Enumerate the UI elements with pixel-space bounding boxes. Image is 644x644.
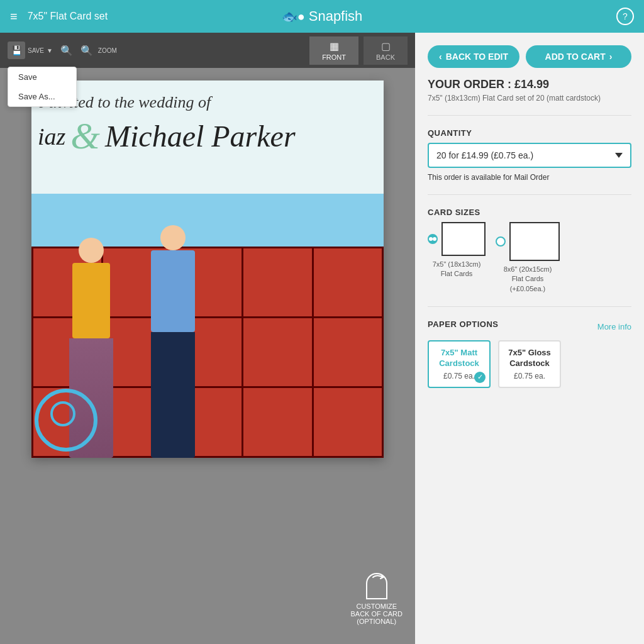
customize-back-button[interactable]: CUSTOMIZE BACK OF CARD (OPTIONAL)	[350, 574, 402, 625]
card-size-7x5-radio-row	[428, 222, 486, 256]
canvas-area: e invited to the wedding of iaz & Michae…	[0, 68, 415, 644]
paper-option-gloss-name: 7x5" GlossCardstock	[508, 348, 551, 369]
quantity-section: Quantity 20 for £14.99 (£0.75 ea.) This …	[428, 128, 631, 182]
fish-icon: 🐟●	[282, 9, 305, 24]
front-tab[interactable]: ▦ FRONT	[309, 36, 358, 65]
back-arrow-icon: ‹	[439, 52, 442, 62]
customize-back-icon	[364, 574, 389, 599]
divider-1	[428, 115, 631, 116]
card-photo	[31, 194, 384, 458]
card-text-area: e invited to the wedding of iaz & Michae…	[31, 80, 384, 194]
divider-3	[428, 306, 631, 307]
quantity-label: Quantity	[428, 128, 631, 138]
bicycle	[31, 382, 107, 458]
zoom-out-icon[interactable]: 🔍	[78, 42, 96, 59]
card-sizes-grid: 7x5" (18x13cm)Flat Cards 8x6" (20x15cm)F…	[428, 222, 631, 294]
save-dropdown-menu: Save Save As...	[8, 67, 77, 107]
save-item[interactable]: Save	[8, 67, 76, 87]
left-panel: 💾 SAVE ▼ Save Save As... 🔍 🔍 ZOOM ▦ FRON…	[0, 33, 415, 644]
zoom-group: 🔍 🔍 ZOOM	[58, 42, 117, 59]
card-name-left: iaz	[38, 123, 65, 150]
card-invited-text: e invited to the wedding of	[38, 93, 371, 112]
divider-2	[428, 194, 631, 195]
paper-option-gloss[interactable]: 7x5" GlossCardstock £0.75 ea.	[498, 340, 561, 388]
save-dropdown-arrow: ▼	[47, 47, 53, 54]
main-content: 💾 SAVE ▼ Save Save As... 🔍 🔍 ZOOM ▦ FRON…	[0, 33, 644, 644]
brand-logo: 🐟● Snapfish	[282, 8, 363, 25]
more-info-link[interactable]: More info	[597, 322, 631, 331]
card-size-8x6[interactable]: 8x6" (20x15cm)Flat Cards(+£0.05ea.)	[496, 222, 560, 294]
back-tab-icon: ▢	[381, 40, 391, 52]
card-preview: e invited to the wedding of iaz & Michae…	[31, 80, 384, 458]
card-sizes-label: CARD SIZES	[428, 208, 631, 217]
quantity-select[interactable]: 20 for £14.99 (£0.75 ea.)	[428, 143, 631, 168]
add-to-cart-button[interactable]: ADD TO CART ›	[526, 45, 631, 68]
card-size-8x6-thumb	[509, 222, 560, 261]
nav-title: 7x5" Flat Card set	[28, 11, 322, 22]
back-to-edit-button[interactable]: ‹ BACK TO EDIT	[428, 45, 519, 68]
menu-icon[interactable]: ≡	[10, 9, 18, 24]
front-tab-icon: ▦	[330, 40, 339, 52]
help-button[interactable]: ?	[616, 8, 634, 25]
save-icon: 💾	[8, 42, 25, 59]
paper-option-matt[interactable]: 7x5" MattCardstock £0.75 ea. ✓	[428, 340, 491, 388]
card-size-8x6-radio[interactable]	[496, 236, 506, 247]
top-navigation: ≡ 7x5" Flat Card set 🐟● Snapfish ?	[0, 0, 644, 33]
back-tab[interactable]: ▢ BACK	[364, 36, 408, 65]
save-as-item[interactable]: Save As...	[8, 87, 76, 106]
add-to-cart-label: ADD TO CART	[545, 52, 606, 62]
card-size-7x5[interactable]: 7x5" (18x13cm)Flat Cards	[428, 222, 486, 279]
paper-options-label: PAPER OPTIONS	[428, 319, 498, 329]
editor-toolbar: 💾 SAVE ▼ Save Save As... 🔍 🔍 ZOOM ▦ FRON…	[0, 33, 415, 68]
paper-options-header: PAPER OPTIONS More info	[428, 319, 631, 334]
logo-text: Snapfish	[309, 8, 363, 25]
card-names-row: iaz & Michael Parker	[38, 114, 371, 158]
paper-option-matt-price: £0.75 ea.	[443, 372, 475, 380]
card-size-7x5-thumb	[441, 222, 486, 256]
card-sizes-section: CARD SIZES 7x5" (18x13cm)Flat Cards	[428, 208, 631, 294]
order-title: YOUR ORDER : £14.99	[428, 78, 631, 91]
paper-options-section: PAPER OPTIONS More info 7x5" MattCardsto…	[428, 319, 631, 388]
paper-option-matt-check: ✓	[474, 372, 486, 383]
order-section: YOUR ORDER : £14.99 7x5" (18x13cm) Flat …	[428, 78, 631, 103]
save-label: SAVE	[28, 47, 44, 54]
mail-order-note: This order is available for Mail Order	[428, 173, 631, 182]
zoom-label: ZOOM	[98, 47, 117, 54]
card-size-7x5-radio[interactable]	[428, 234, 438, 244]
back-tab-label: BACK	[376, 53, 395, 61]
card-ampersand: &	[70, 114, 100, 158]
card-name-right: Michael Parker	[105, 119, 296, 153]
save-group[interactable]: 💾 SAVE ▼ Save Save As...	[8, 42, 53, 59]
back-to-edit-label: BACK TO EDIT	[446, 52, 508, 62]
paper-options-grid: 7x5" MattCardstock £0.75 ea. ✓ 7x5" Glos…	[428, 340, 631, 388]
paper-option-matt-name: 7x5" MattCardstock	[439, 348, 479, 369]
zoom-in-icon[interactable]: 🔍	[58, 42, 75, 59]
card-size-7x5-label: 7x5" (18x13cm)Flat Cards	[433, 260, 481, 279]
right-panel: ‹ BACK TO EDIT ADD TO CART › YOUR ORDER …	[415, 33, 644, 644]
front-tab-label: FRONT	[322, 53, 346, 61]
customize-back-label: CUSTOMIZE BACK OF CARD (OPTIONAL)	[350, 602, 402, 625]
card-size-8x6-radio-row	[496, 222, 560, 261]
order-desc: 7x5" (18x13cm) Flat Card set of 20 (matt…	[428, 94, 631, 103]
action-buttons: ‹ BACK TO EDIT ADD TO CART ›	[428, 45, 631, 68]
card-size-8x6-label: 8x6" (20x15cm)Flat Cards(+£0.05ea.)	[504, 265, 552, 294]
paper-option-gloss-price: £0.75 ea.	[514, 372, 545, 380]
cart-arrow-icon: ›	[609, 52, 613, 62]
